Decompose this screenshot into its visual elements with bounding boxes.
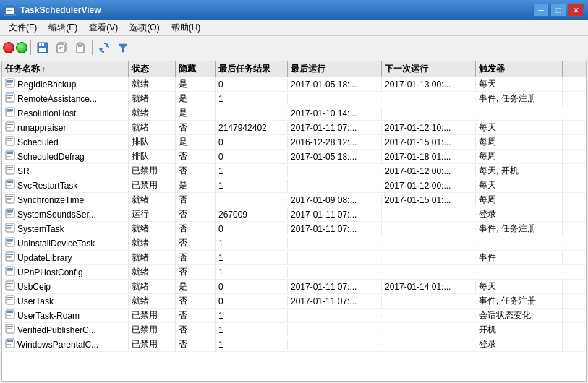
cell-status: 排队 xyxy=(129,150,176,163)
svg-rect-79 xyxy=(7,285,12,285)
cell-lastrun xyxy=(288,185,382,186)
stop-button[interactable] xyxy=(3,42,14,53)
cell-result: 1 xyxy=(216,310,288,322)
menu-options[interactable]: 选项(O) xyxy=(124,20,165,35)
table-row[interactable]: SR 已禁用 否 1 2017-01-12 00:... 每天, 开机 xyxy=(2,164,586,178)
svg-rect-91 xyxy=(7,328,12,329)
copy-button[interactable] xyxy=(53,39,70,56)
svg-rect-22 xyxy=(7,80,13,82)
cell-trigger: 事件, 任务注册 xyxy=(476,294,563,308)
svg-rect-59 xyxy=(7,212,12,213)
cell-status: 就绪 xyxy=(129,193,176,207)
svg-rect-23 xyxy=(7,82,12,83)
cell-lastrun: 2017-01-11 07:... xyxy=(288,122,382,134)
paste-button[interactable] xyxy=(72,39,89,56)
svg-rect-36 xyxy=(7,127,11,128)
svg-rect-16 xyxy=(78,46,82,47)
col-header-status[interactable]: 状态 xyxy=(129,61,176,77)
svg-rect-8 xyxy=(41,43,42,46)
cell-status: 就绪 xyxy=(129,92,176,106)
run-button[interactable] xyxy=(16,42,27,53)
svg-rect-54 xyxy=(7,196,13,197)
col-header-lastrun[interactable]: 最后运行 xyxy=(288,61,382,77)
table-body[interactable]: RegIdleBackup 就绪 是 0 2017-01-05 18:... 2… xyxy=(2,77,586,381)
svg-rect-80 xyxy=(7,286,11,287)
table-row[interactable]: UpdateLibrary 就绪 否 1 事件 xyxy=(2,251,586,265)
svg-rect-75 xyxy=(7,270,12,271)
svg-rect-32 xyxy=(7,113,11,113)
svg-rect-90 xyxy=(7,326,13,327)
col-header-name[interactable]: 任务名称 ↑ xyxy=(2,61,129,77)
close-button[interactable]: ✕ xyxy=(568,4,584,17)
table-row[interactable]: RemoteAssistance... 就绪 是 1 事件, 任务注册 xyxy=(2,92,586,106)
cell-hidden: 是 xyxy=(176,178,216,192)
col-header-nextrun[interactable]: 下一次运行 xyxy=(382,61,476,77)
cell-trigger: 登录 xyxy=(476,337,563,351)
svg-rect-46 xyxy=(7,167,13,168)
cell-hidden: 否 xyxy=(176,207,216,221)
cell-name: Scheduled xyxy=(2,135,129,149)
svg-rect-64 xyxy=(7,228,11,229)
save-button[interactable] xyxy=(34,39,51,56)
task-icon xyxy=(5,324,15,336)
table-row[interactable]: ScheduledDefrag 排队 否 0 2017-01-05 18:...… xyxy=(2,150,586,164)
menu-edit[interactable]: 编辑(E) xyxy=(43,20,83,35)
cell-result xyxy=(216,199,288,201)
cell-lastrun xyxy=(288,257,382,259)
cell-hidden: 否 xyxy=(176,222,216,236)
col-header-trigger[interactable]: 触发器 xyxy=(476,61,563,77)
table-row[interactable]: RegIdleBackup 就绪 是 0 2017-01-05 18:... 2… xyxy=(2,77,586,92)
table-row[interactable]: WindowsParentalC... 已禁用 否 1 登录 xyxy=(2,337,586,352)
menu-view[interactable]: 查看(V) xyxy=(83,20,124,35)
cell-nextrun xyxy=(382,228,476,230)
cell-name: UsbCeip xyxy=(2,280,129,293)
cell-lastrun xyxy=(288,171,382,172)
cell-nextrun xyxy=(382,330,476,331)
maximize-button[interactable]: □ xyxy=(550,4,566,17)
table-row[interactable]: SystemTask 就绪 否 0 2017-01-11 07:... 事件, … xyxy=(2,222,586,236)
cell-nextrun xyxy=(382,344,476,345)
svg-rect-82 xyxy=(7,297,13,298)
task-icon xyxy=(5,136,15,148)
cell-hidden: 否 xyxy=(176,150,216,163)
table-row[interactable]: UserTask 就绪 否 0 2017-01-11 07:... 事件, 任务… xyxy=(2,294,586,309)
cell-lastrun: 2017-01-09 08:... xyxy=(288,194,382,206)
svg-rect-63 xyxy=(7,227,12,228)
table-row[interactable]: SynchronizeTime 就绪 否 2017-01-09 08:... 2… xyxy=(2,193,586,207)
table-row[interactable]: runappraiser 就绪 否 2147942402 2017-01-11 … xyxy=(2,121,586,135)
minimize-button[interactable]: ─ xyxy=(533,4,549,17)
table-row[interactable]: Scheduled 排队 是 0 2016-12-28 12:... 2017-… xyxy=(2,135,586,150)
cell-status: 已禁用 xyxy=(129,164,176,178)
table-row[interactable]: VerifiedPublisherC... 已禁用 否 1 开机 xyxy=(2,323,586,337)
svg-rect-83 xyxy=(7,299,12,300)
table-row[interactable]: ResolutionHost 就绪 是 2017-01-10 14:... xyxy=(2,106,586,121)
cell-nextrun xyxy=(382,315,476,317)
svg-rect-66 xyxy=(7,239,13,241)
col-header-result[interactable]: 最后任务结果 xyxy=(216,61,288,77)
svg-rect-13 xyxy=(59,48,61,49)
svg-rect-74 xyxy=(7,268,13,270)
svg-rect-43 xyxy=(7,155,12,155)
col-header-hidden[interactable]: 隐藏 xyxy=(176,61,216,77)
cell-hidden: 否 xyxy=(176,164,216,178)
refresh-button[interactable] xyxy=(95,39,113,56)
table-row[interactable]: UninstallDeviceTask 就绪 否 1 xyxy=(2,236,586,251)
table-row[interactable]: UserTask-Roam 已禁用 否 1 会话状态变化 xyxy=(2,309,586,323)
svg-rect-52 xyxy=(7,185,11,186)
svg-rect-87 xyxy=(7,314,12,314)
cell-status: 已禁用 xyxy=(129,309,176,322)
menu-help[interactable]: 帮助(H) xyxy=(166,20,207,35)
cell-name: SystemTask xyxy=(2,222,129,236)
cell-status: 已禁用 xyxy=(129,323,176,337)
table-row[interactable]: SystemSoundsSer... 运行 否 267009 2017-01-1… xyxy=(2,207,586,222)
cell-hidden: 否 xyxy=(176,309,216,322)
cell-status: 就绪 xyxy=(129,106,176,120)
task-icon xyxy=(5,338,15,350)
table-row[interactable]: UsbCeip 就绪 是 0 2017-01-11 07:... 2017-01… xyxy=(2,280,586,294)
menu-file[interactable]: 文件(F) xyxy=(3,20,43,35)
filter-button[interactable] xyxy=(114,39,132,56)
svg-rect-40 xyxy=(7,142,11,142)
cell-hidden: 是 xyxy=(176,280,216,293)
table-row[interactable]: SvcRestartTask 已禁用 是 1 2017-01-12 00:...… xyxy=(2,178,586,193)
table-row[interactable]: UPnPHostConfig 就绪 否 1 xyxy=(2,265,586,280)
